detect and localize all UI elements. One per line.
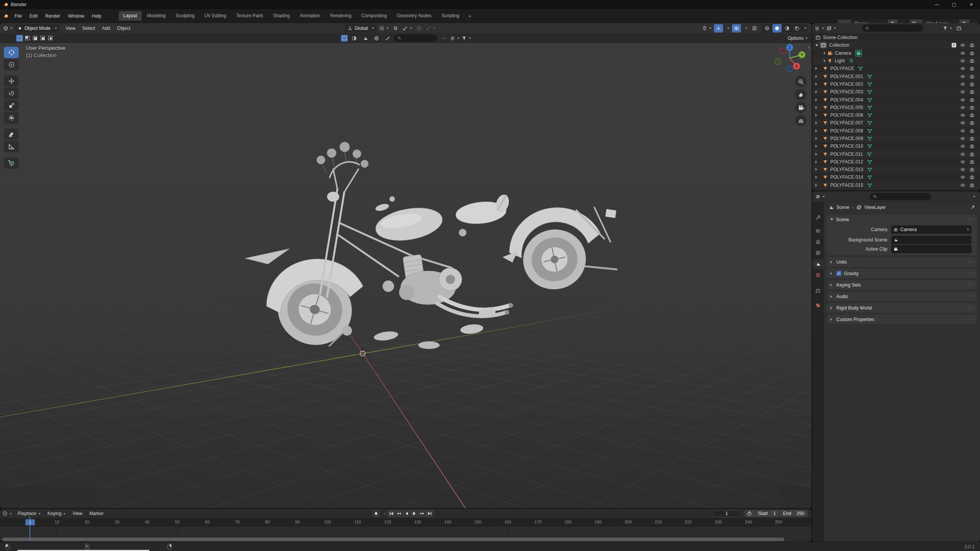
camera-field[interactable]: Camera × bbox=[891, 225, 972, 234]
hide-in-viewport-icon[interactable] bbox=[960, 143, 965, 149]
disable-in-render-icon[interactable] bbox=[969, 74, 975, 79]
workspace-tab-scripting[interactable]: Scripting bbox=[437, 11, 464, 21]
background-scene-field[interactable] bbox=[891, 236, 972, 244]
timeline-tracks[interactable] bbox=[0, 527, 811, 537]
navigation-gizmo[interactable]: Z Y X bbox=[775, 44, 805, 72]
timeline-scrollbar[interactable] bbox=[0, 537, 811, 541]
menu-render[interactable]: Render bbox=[41, 12, 64, 20]
hide-in-viewport-icon[interactable] bbox=[960, 120, 965, 126]
tab-tool[interactable] bbox=[812, 213, 824, 223]
workspace-tab-layout[interactable]: Layout bbox=[119, 11, 142, 21]
play-reverse-button[interactable] bbox=[403, 510, 411, 517]
outliner-filter-dropdown[interactable] bbox=[942, 24, 952, 33]
disable-in-render-icon[interactable] bbox=[969, 167, 975, 172]
hide-in-viewport-icon[interactable] bbox=[960, 112, 965, 118]
outliner-row[interactable]: POLYFACE.006 bbox=[812, 111, 980, 119]
disable-in-render-icon[interactable] bbox=[969, 82, 975, 87]
workspace-tab-rendering[interactable]: Rendering bbox=[326, 11, 356, 21]
gravity-checkbox[interactable]: ✓ bbox=[836, 271, 841, 276]
active-clip-field[interactable] bbox=[891, 245, 972, 253]
tab-texture[interactable] bbox=[812, 300, 824, 310]
outliner-row[interactable]: POLYFACE.007 bbox=[812, 119, 980, 127]
disable-in-render-icon[interactable] bbox=[969, 152, 975, 157]
end-frame-field[interactable]: End250 bbox=[780, 510, 808, 517]
outliner-row[interactable]: POLYFACE.002 bbox=[812, 80, 980, 88]
outliner-row[interactable]: POLYFACE.001 bbox=[812, 72, 980, 80]
tab-world[interactable] bbox=[812, 270, 824, 280]
tab-render[interactable] bbox=[812, 226, 824, 236]
hide-in-viewport-icon[interactable] bbox=[960, 167, 965, 172]
timeline-ruler[interactable]: 1 10203040506070809010011012013014015016… bbox=[0, 518, 811, 527]
hide-in-viewport-icon[interactable] bbox=[960, 74, 965, 79]
tab-output[interactable] bbox=[812, 237, 824, 247]
workspace-tab-compositing[interactable]: Compositing bbox=[357, 11, 391, 21]
tool-transform[interactable] bbox=[4, 112, 19, 124]
properties-search-input[interactable] bbox=[870, 193, 931, 200]
hide-in-viewport-icon[interactable] bbox=[960, 159, 965, 165]
menu-edit[interactable]: Edit bbox=[26, 12, 41, 20]
disable-in-render-icon[interactable] bbox=[969, 58, 975, 64]
scene-panel-header[interactable]: Scene ∷∷ bbox=[827, 215, 977, 224]
tab-collection[interactable] bbox=[812, 286, 824, 296]
panel-custom-properties[interactable]: Custom Properties∷∷ bbox=[827, 315, 977, 324]
show-gizmo-toggle[interactable] bbox=[714, 24, 723, 33]
jump-to-start-button[interactable] bbox=[388, 510, 395, 517]
sidebar-toggle-arrow[interactable]: ‹ bbox=[808, 44, 810, 50]
tool-search-input[interactable] bbox=[394, 34, 437, 42]
outliner-row[interactable]: POLYFACE.014 bbox=[812, 173, 980, 181]
outliner-row[interactable]: Camera bbox=[812, 49, 980, 57]
disable-in-render-icon[interactable] bbox=[969, 120, 975, 126]
proportional-falloff-dropdown[interactable] bbox=[426, 24, 435, 33]
outliner-row[interactable]: Light bbox=[812, 57, 980, 65]
workspace-tab-geometry-nodes[interactable]: Geometry Nodes bbox=[392, 11, 436, 21]
camera-clear-icon[interactable]: × bbox=[967, 227, 969, 232]
tool-scale[interactable] bbox=[4, 100, 19, 111]
outliner-row[interactable]: Collection✓ bbox=[812, 41, 980, 49]
filter-world-icon[interactable] bbox=[372, 34, 381, 42]
disable-in-render-icon[interactable] bbox=[969, 66, 975, 71]
snap-target-dropdown[interactable] bbox=[402, 24, 412, 33]
hide-in-viewport-icon[interactable] bbox=[960, 66, 965, 71]
workspace-tab-shading[interactable]: Shading bbox=[268, 11, 294, 21]
timeline-menu-marker[interactable]: Marker bbox=[86, 510, 107, 517]
outliner-row[interactable]: POLYFACE.016 bbox=[812, 189, 980, 191]
zoom-button[interactable] bbox=[795, 76, 807, 87]
tool-select-box[interactable] bbox=[4, 47, 19, 58]
tree-display-dropdown[interactable] bbox=[450, 34, 460, 42]
hide-in-viewport-icon[interactable] bbox=[960, 183, 965, 188]
outliner-row[interactable]: POLYFACE.005 bbox=[812, 104, 980, 111]
blender-menu-icon[interactable] bbox=[3, 13, 8, 19]
hide-in-viewport-icon[interactable] bbox=[960, 190, 965, 191]
shading-material-button[interactable] bbox=[782, 24, 792, 33]
outliner-row[interactable]: Scene Collection bbox=[812, 34, 980, 41]
hide-in-viewport-icon[interactable] bbox=[960, 105, 965, 110]
workspace-tab-uv-editing[interactable]: UV Editing bbox=[200, 11, 231, 21]
tool-cursor[interactable] bbox=[4, 59, 19, 70]
hide-in-viewport-icon[interactable] bbox=[960, 97, 965, 103]
play-button[interactable] bbox=[411, 510, 418, 517]
disable-in-render-icon[interactable] bbox=[969, 42, 975, 48]
tab-view-layer[interactable] bbox=[812, 248, 824, 258]
viewport-menu-view[interactable]: View bbox=[62, 24, 79, 33]
prev-keyframe-button[interactable] bbox=[395, 510, 403, 517]
select-subtract-button[interactable] bbox=[31, 35, 38, 42]
outliner-row[interactable]: POLYFACE.003 bbox=[812, 88, 980, 96]
timeline-editor-type-button[interactable] bbox=[2, 509, 12, 518]
timeline-menu-keying[interactable]: Keying bbox=[44, 510, 69, 517]
next-keyframe-button[interactable] bbox=[418, 510, 426, 517]
minimize-button[interactable]: — bbox=[928, 0, 946, 9]
hide-in-viewport-icon[interactable] bbox=[960, 82, 965, 87]
add-workspace-button[interactable]: + bbox=[465, 13, 475, 19]
jump-to-end-button[interactable] bbox=[426, 510, 434, 517]
outliner-row[interactable]: POLYFACE bbox=[812, 65, 980, 72]
outliner-row[interactable]: POLYFACE.008 bbox=[812, 127, 980, 135]
tool-rotate[interactable] bbox=[4, 88, 19, 99]
menu-window[interactable]: Window bbox=[64, 12, 88, 20]
falloff-curve-button[interactable] bbox=[439, 34, 448, 42]
outliner-search-input[interactable] bbox=[862, 24, 923, 32]
pin-icon[interactable] bbox=[970, 205, 975, 210]
select-intersect-button[interactable] bbox=[47, 35, 54, 42]
tool-add-cube[interactable] bbox=[4, 157, 19, 169]
menu-file[interactable]: File bbox=[11, 12, 26, 20]
outliner-row[interactable]: POLYFACE.010 bbox=[812, 142, 980, 150]
